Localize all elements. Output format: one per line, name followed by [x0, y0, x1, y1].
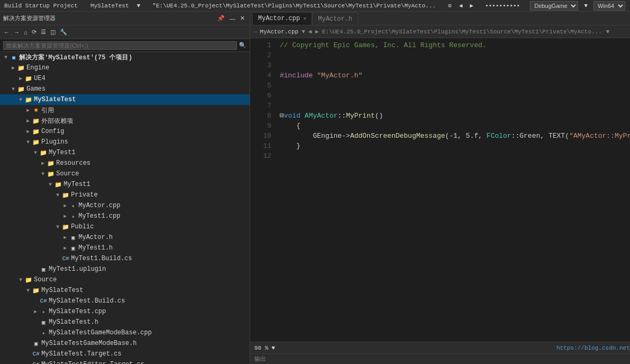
- minimize-button[interactable]: —: [228, 14, 237, 22]
- myslatetest2-toggle[interactable]: ▼: [24, 288, 32, 294]
- code-content[interactable]: // Copyright Epic Games, Inc. All Rights…: [276, 38, 630, 342]
- solution-tree[interactable]: ▼ ◼ 解决方案'MySlateTest'(75 个项目) ▶ 📁 Engine…: [0, 52, 250, 364]
- ref-toggle[interactable]: ▶: [24, 107, 32, 113]
- tree-item-myslatetest-build[interactable]: C# MySlateTest.Build.cs: [0, 296, 250, 306]
- build-startup-project[interactable]: Build Startup Project: [2, 2, 80, 10]
- pin-button[interactable]: 📌: [216, 14, 226, 22]
- tree-item-myslatetest[interactable]: ▼ 📁 MySlateTest: [0, 94, 250, 105]
- source2-toggle[interactable]: ▼: [17, 277, 24, 283]
- tree-item-mytest1[interactable]: ▼ 📁 MyTest1: [0, 147, 250, 158]
- tree-item-mytest1-cpp-priv[interactable]: ▶ ✦ MyTest1.cpp: [0, 211, 250, 221]
- public-toggle[interactable]: ▼: [54, 224, 61, 230]
- tree-item-engine[interactable]: ▶ 📁 Engine: [0, 63, 250, 73]
- myslatetest-cpp-label: MySlateTest.cpp: [48, 308, 106, 315]
- tree-item-myactor-h[interactable]: ▶ ▣ MyActor.h: [0, 232, 250, 243]
- resources-toggle[interactable]: ▶: [39, 160, 47, 166]
- source-mytest1-toggle[interactable]: ▼: [39, 171, 47, 177]
- panel-title: 解决方案资源管理器: [3, 14, 56, 22]
- mytest1-build-label: MyTest1.Build.cs: [70, 255, 132, 262]
- close-button[interactable]: ✕: [238, 14, 246, 22]
- tree-item-mytest1-uplugin[interactable]: ▣ MyTest1.uplugin: [0, 264, 250, 274]
- tab-myactor-cpp-close[interactable]: ✕: [303, 15, 306, 22]
- mytest1-cpp-toggle[interactable]: ▶: [61, 213, 69, 219]
- engine-toggle[interactable]: ▶: [10, 65, 17, 71]
- settings-icon[interactable]: ⚙: [447, 2, 454, 10]
- solution-toggle[interactable]: ▼: [2, 55, 10, 60]
- ue4-toggle[interactable]: ▶: [17, 75, 24, 82]
- tree-item-myactor-cpp[interactable]: ▶ ✦ MyActor.cpp: [0, 200, 250, 211]
- tree-item-private[interactable]: ▼ 📁 Private: [0, 190, 250, 200]
- active-file-label[interactable]: MyActor.cpp: [260, 29, 299, 35]
- properties-btn[interactable]: 🔧: [58, 28, 69, 36]
- path-dropdown[interactable]: ▼: [606, 29, 610, 35]
- nav-fwd-icon[interactable]: ▶: [468, 2, 475, 10]
- tree-item-public[interactable]: ▼ 📁 Public: [0, 221, 250, 232]
- tree-item-plugins[interactable]: ▼ 📁 Plugins: [0, 137, 250, 147]
- myslatetest-tab[interactable]: MySlateTest: [88, 2, 131, 10]
- tree-item-games[interactable]: ▼ 📁 Games: [0, 84, 250, 94]
- cs-indicator: C#: [61, 255, 70, 262]
- mst-cs-icon: C#: [39, 298, 48, 304]
- config-dropdown[interactable]: ▼: [582, 2, 589, 10]
- line-numbers: 1 2 3 4 5 6 7 8 9 10 11 12: [250, 38, 276, 342]
- tree-item-target[interactable]: C# MySlateTest.Target.cs: [0, 349, 250, 359]
- zoom-level: 98 %: [254, 345, 268, 351]
- code-editor[interactable]: 1 2 3 4 5 6 7 8 9 10 11 12 // Copyright …: [250, 38, 630, 342]
- tree-item-editor-target[interactable]: C# MySlateTestEditor.Target.cs: [0, 359, 250, 364]
- home-btn[interactable]: ⌂: [22, 29, 29, 36]
- zoom-dropdown[interactable]: ▼: [271, 345, 275, 351]
- mytest1-h-toggle[interactable]: ▶: [61, 245, 69, 251]
- mst-cpp-toggle[interactable]: ▶: [32, 308, 39, 315]
- panel-actions: 📌 — ✕: [216, 14, 246, 22]
- h-indicator: ▣: [69, 234, 77, 241]
- tree-item-mytest1-h[interactable]: ▶ ▣ MyTest1.h: [0, 243, 250, 253]
- tree-item-references[interactable]: ▶ ■ 引用: [0, 105, 250, 116]
- sync-btn[interactable]: ⟳: [30, 28, 38, 36]
- line-num-3: 3: [250, 60, 271, 70]
- tree-item-mytest1-src[interactable]: ▼ 📁 MyTest1: [0, 179, 250, 190]
- tree-item-config[interactable]: ▶ 📁 Config: [0, 126, 250, 137]
- gamemode-h-label: MySlateTestGameModeBase.h: [40, 340, 137, 347]
- tab-myactor-cpp-label: MyActor.cpp: [258, 15, 300, 22]
- tree-item-source-mytest1[interactable]: ▼ 📁 Source: [0, 168, 250, 179]
- search-input[interactable]: [3, 41, 237, 50]
- tree-item-mytest1-build[interactable]: C# MyTest1.Build.cs: [0, 253, 250, 264]
- mytest1-src-toggle[interactable]: ▼: [47, 182, 54, 188]
- mytest1-toggle[interactable]: ▼: [32, 150, 39, 156]
- nav-fwd-btn[interactable]: →: [12, 29, 21, 36]
- myslatetest-label: MySlateTest: [33, 96, 76, 103]
- tree-item-myslatetest2[interactable]: ▼ 📁 MySlateTest: [0, 285, 250, 296]
- solution-root[interactable]: ▼ ◼ 解决方案'MySlateTest'(75 个项目): [0, 52, 250, 63]
- plugins-toggle[interactable]: ▼: [24, 139, 32, 145]
- tab-myactor-cpp[interactable]: MyActor.cpp ✕: [252, 12, 312, 25]
- config-toggle[interactable]: ▶: [24, 128, 32, 135]
- games-toggle[interactable]: ▼: [10, 86, 17, 92]
- tree-item-resources[interactable]: ▶ 📁 Resources: [0, 158, 250, 168]
- tree-item-myslatetest-cpp[interactable]: ▶ ✦ MySlateTest.cpp: [0, 306, 250, 317]
- tree-item-gamemode-cpp[interactable]: ✦ MySlateTestGameModeBase.cpp: [0, 327, 250, 338]
- tab-dropdown[interactable]: ▼: [135, 2, 142, 10]
- tree-item-source2[interactable]: ▼ 📁 Source: [0, 274, 250, 285]
- tab-myactor-h[interactable]: MyActor.h: [312, 12, 358, 25]
- output-bar: 输出: [250, 353, 630, 364]
- dropdown-arrow[interactable]: ▼: [301, 29, 305, 35]
- nav-back-icon[interactable]: ◀: [457, 2, 464, 10]
- blog-url[interactable]: https://blog.csdn.net/u011718663: [556, 345, 630, 351]
- myactor-cpp-toggle[interactable]: ▶: [61, 202, 69, 209]
- nav-back-btn[interactable]: ←: [2, 29, 11, 36]
- search-box: 🔍: [0, 39, 250, 52]
- ext-toggle[interactable]: ▶: [24, 118, 32, 124]
- myactor-h-toggle[interactable]: ▶: [61, 234, 69, 241]
- view-btn[interactable]: ☰: [39, 28, 48, 36]
- tree-item-myslatetest-h[interactable]: ▣ MySlateTest.h: [0, 317, 250, 327]
- private-toggle[interactable]: ▼: [54, 192, 61, 198]
- tree-item-gamemode-h[interactable]: ▣ MySlateTestGameModeBase.h: [0, 338, 250, 349]
- myslatetest-toggle[interactable]: ▼: [17, 97, 24, 103]
- filter-btn[interactable]: ◫: [49, 28, 57, 36]
- debug-config-select[interactable]: DebugGame: [530, 1, 578, 11]
- tree-item-ue4[interactable]: ▶ 📁 UE4: [0, 73, 250, 84]
- gamemode-cpp-label: MySlateTestGameModeBase.cpp: [48, 329, 152, 336]
- line-num-10: 10: [250, 131, 271, 141]
- tree-item-external-deps[interactable]: ▶ 📁 外部依赖项: [0, 116, 250, 126]
- platform-select[interactable]: Win64: [593, 1, 625, 11]
